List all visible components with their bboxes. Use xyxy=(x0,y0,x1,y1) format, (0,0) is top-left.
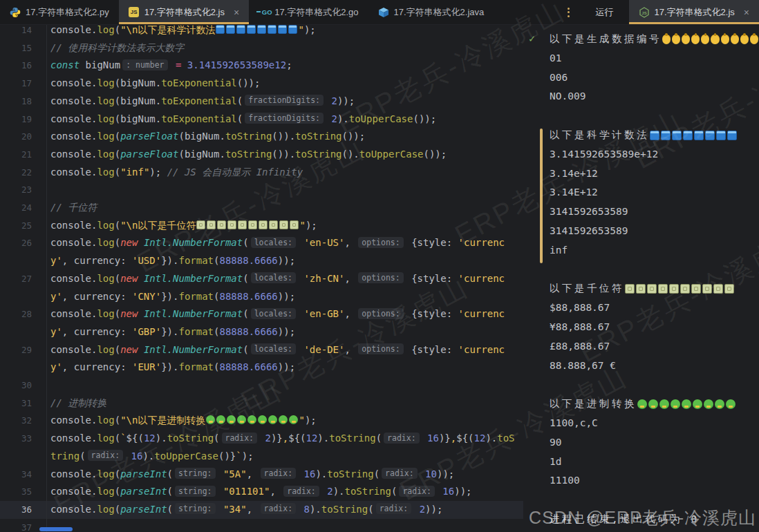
code-line: 22console.log("inf"); // JS 会自动显示 Infini… xyxy=(0,164,523,182)
code-editor[interactable]: 14console.log("\n以下是科学计数法");15// 使用科学计数法… xyxy=(0,24,523,532)
code-line: 24// 千位符 xyxy=(0,199,523,217)
console-blank-line xyxy=(523,260,759,280)
line-number[interactable]: 32 xyxy=(0,412,47,430)
money-mouth-face-emoji xyxy=(682,399,691,409)
money-with-wings-emoji xyxy=(625,284,635,294)
line-number[interactable]: 35 xyxy=(0,483,47,501)
code-text xyxy=(47,377,523,395)
run-menu-item[interactable]: 运行 xyxy=(585,0,625,24)
svg-text:JS: JS xyxy=(641,10,646,15)
money-with-wings-emoji xyxy=(680,284,690,294)
line-number[interactable]: 26 xyxy=(0,234,47,269)
code-line: 28console.log(new Intl.NumberFormat(loca… xyxy=(0,305,523,341)
code-line: 16const bigNum: number = 3.141592653589e… xyxy=(0,57,523,75)
line-number[interactable]: 30 xyxy=(0,377,47,395)
money-with-wings-emoji xyxy=(658,284,668,294)
code-text: console.log(bigNum.toExponential(fractio… xyxy=(47,93,523,111)
code-text: // 千位符 xyxy=(47,199,523,217)
tab-label: 17.字符串格式化2.js xyxy=(655,6,735,19)
line-number[interactable]: 17 xyxy=(0,75,47,93)
console-blank-line xyxy=(523,491,759,510)
code-text xyxy=(47,181,523,199)
code-line: 15// 使用科学计数法表示大数字 xyxy=(0,39,523,57)
code-line: 20console.log(parseFloat(bigNum.toString… xyxy=(0,128,523,146)
money-mouth-face-emoji xyxy=(237,415,246,424)
blue-book-emoji xyxy=(727,131,737,140)
line-number[interactable]: 27 xyxy=(0,270,47,305)
code-text: console.log(parseFloat(bigNum.toString()… xyxy=(47,128,523,146)
code-line: 17console.log(bigNum.toExponential()); xyxy=(0,75,523,93)
line-number[interactable]: 25 xyxy=(0,217,47,235)
line-number[interactable]: 29 xyxy=(0,341,47,377)
money-with-wings-emoji xyxy=(636,284,646,294)
money-bag-emoji xyxy=(740,35,749,44)
line-number[interactable]: 24 xyxy=(0,199,47,217)
console-blank-line xyxy=(523,375,759,395)
blue-book-emoji xyxy=(672,131,682,140)
code-text: console.log("\n以下是科学计数法"); xyxy=(47,24,523,39)
code-line: 27console.log(new Intl.NumberFormat(loca… xyxy=(0,270,523,305)
money-mouth-face-emoji xyxy=(648,399,658,409)
money-mouth-face-emoji xyxy=(726,399,735,409)
code-text: console.log(`${(12).toString(radix: 2)},… xyxy=(47,430,523,465)
run-console[interactable]: ✓以下是生成数据编号 01006NO.009 以下是科学计数法 3.141592… xyxy=(523,24,759,532)
line-number[interactable]: 22 xyxy=(0,164,47,182)
line-number[interactable]: 19 xyxy=(0,111,47,129)
editor-tab-17.字符串格式化2.java[interactable]: 17.字符串格式化2.java xyxy=(368,0,494,24)
console-output-line: 1100,c,C xyxy=(523,414,759,433)
money-mouth-face-emoji xyxy=(258,415,267,424)
line-number[interactable]: 28 xyxy=(0,305,47,341)
editor-tab-17.字符串格式化2.py[interactable]: 17.字符串格式化2.py xyxy=(0,0,119,24)
console-header-text: 以下是科学计数法 xyxy=(550,126,649,145)
java-icon xyxy=(378,7,389,18)
code-line: 23 xyxy=(0,181,523,199)
line-number[interactable]: 23 xyxy=(0,181,47,199)
code-text: console.log(new Intl.NumberFormat(locale… xyxy=(47,270,523,305)
line-number[interactable]: 20 xyxy=(0,128,47,146)
code-text: console.log(parseInt(string: "5A", radix… xyxy=(47,466,523,484)
console-output-line: 3.14E+12 xyxy=(523,183,759,202)
line-number[interactable]: 16 xyxy=(0,57,47,75)
console-output-line: 88.888,67 € xyxy=(523,357,759,376)
console-output-line: 3141592653589 xyxy=(523,202,759,222)
line-number[interactable]: 33 xyxy=(0,430,47,465)
line-number[interactable]: 18 xyxy=(0,93,47,111)
code-text: console.log(parseInt(string: "34", radix… xyxy=(47,501,523,519)
close-tab-icon[interactable]: × xyxy=(744,8,749,17)
editor-tab-17.字符串格式化2.go[interactable]: GO17.字符串格式化2.go xyxy=(249,0,368,24)
console-output-line: NO.009 xyxy=(523,87,759,106)
line-number[interactable]: 31 xyxy=(0,395,47,412)
line-number[interactable]: 21 xyxy=(0,146,47,164)
console-section-header: 以下是千位符 xyxy=(523,279,759,298)
money-mouth-face-emoji xyxy=(206,415,215,424)
editor-tab-17.字符串格式化2.js[interactable]: JS17.字符串格式化2.js× xyxy=(119,0,250,24)
console-blank-line xyxy=(523,106,759,126)
close-tab-icon[interactable]: × xyxy=(234,8,239,17)
more-tabs-icon[interactable] xyxy=(561,0,577,24)
line-number[interactable]: 34 xyxy=(0,466,47,484)
blue-book-emoji xyxy=(236,25,245,34)
blue-book-emoji xyxy=(226,25,235,34)
line-number[interactable]: 36 xyxy=(0,501,47,519)
code-text: console.log(parseFloat(bigNum.toString()… xyxy=(47,146,523,164)
money-bag-emoji xyxy=(691,35,700,44)
nodejs-icon: JS xyxy=(639,7,650,18)
code-line: 34console.log(parseInt(string: "5A", rad… xyxy=(0,466,523,484)
code-text: console.log("inf"); // JS 会自动显示 Infinity xyxy=(47,164,523,182)
line-number[interactable]: 14 xyxy=(0,24,47,39)
money-with-wings-emoji xyxy=(269,220,278,229)
line-number[interactable]: 15 xyxy=(0,39,47,57)
money-mouth-face-emoji xyxy=(289,415,298,424)
blue-book-emoji xyxy=(705,131,715,140)
tab-label: 17.字符串格式化2.go xyxy=(274,6,358,19)
run-tab-17.字符串格式化2.js[interactable]: JS17.字符串格式化2.js× xyxy=(629,0,759,24)
money-with-wings-emoji xyxy=(248,220,257,229)
money-with-wings-emoji xyxy=(647,284,657,294)
code-line: 37 xyxy=(0,519,523,532)
console-output-line: 11100 xyxy=(523,471,759,491)
editor-horizontal-scrollbar-thumb[interactable] xyxy=(39,527,73,531)
console-output-line: 006 xyxy=(523,68,759,88)
code-line: 31// 进制转换 xyxy=(0,395,523,412)
money-with-wings-emoji xyxy=(259,220,268,229)
money-with-wings-emoji xyxy=(217,220,226,229)
